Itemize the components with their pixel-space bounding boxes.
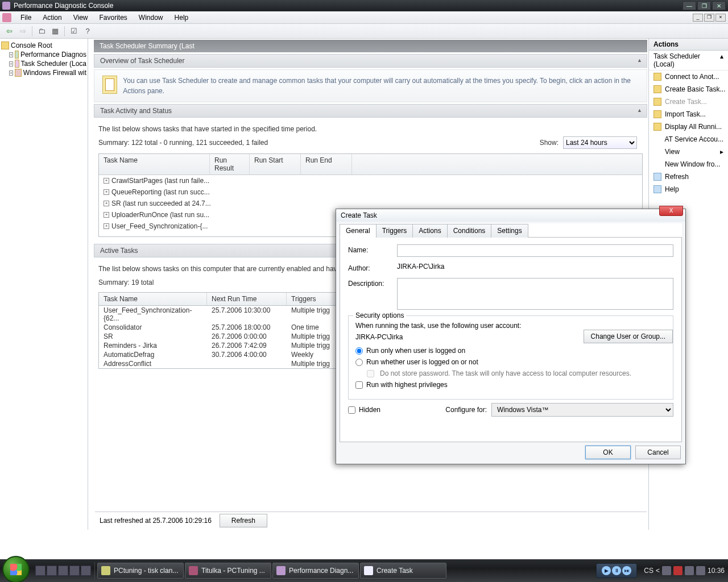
- volume-icon[interactable]: [696, 566, 705, 575]
- ql-icon[interactable]: [47, 566, 57, 576]
- collapse-icon[interactable]: ▴: [720, 52, 723, 68]
- cell: SR (last run succeeded at 24.7...: [111, 199, 211, 207]
- table-row[interactable]: +QueueReporting (last run succ...: [99, 186, 642, 198]
- collapse-icon[interactable]: ▲: [637, 57, 642, 63]
- ql-icon[interactable]: [81, 566, 91, 576]
- run-whether-radio[interactable]: [355, 359, 363, 366]
- tree-item[interactable]: +Task Scheduler (Loca: [1, 59, 86, 68]
- close-button[interactable]: ✕: [712, 1, 726, 10]
- taskbar: PCtuning - tisk clan... Titulka - PCTuni…: [0, 559, 728, 582]
- expand-icon[interactable]: +: [104, 223, 109, 229]
- action-item[interactable]: Refresh: [649, 171, 728, 183]
- tray-icon[interactable]: [662, 566, 671, 575]
- ok-button[interactable]: OK: [585, 446, 631, 459]
- start-button[interactable]: [2, 556, 30, 583]
- next-icon[interactable]: ⏭: [622, 566, 631, 575]
- ql-icon[interactable]: [69, 566, 80, 576]
- col-taskname[interactable]: Task Name: [99, 154, 210, 174]
- tab-actions[interactable]: Actions: [412, 224, 447, 238]
- up-folder-icon[interactable]: 🗀: [36, 26, 47, 37]
- pause-icon[interactable]: ⏸: [612, 566, 621, 575]
- tab-settings[interactable]: Settings: [491, 224, 528, 238]
- menu-file[interactable]: File: [15, 12, 37, 23]
- menu-view[interactable]: View: [68, 12, 94, 23]
- col-start[interactable]: Run Start: [250, 154, 301, 174]
- media-controls[interactable]: ▶⏸⏭: [596, 563, 637, 578]
- taskbar-item[interactable]: Create Task: [360, 563, 446, 579]
- action-item[interactable]: Display All Runni...: [649, 120, 728, 133]
- maximize-button[interactable]: ❐: [697, 1, 711, 10]
- dialog-titlebar[interactable]: Create Task X: [336, 209, 685, 222]
- tab-triggers[interactable]: Triggers: [376, 224, 413, 238]
- col-nextrun[interactable]: Next Run Time: [207, 293, 287, 305]
- taskbar-item[interactable]: Performance Diagn...: [272, 563, 359, 579]
- name-input[interactable]: [397, 244, 673, 257]
- expand-icon[interactable]: +: [104, 212, 109, 218]
- tree-root[interactable]: Console Root: [1, 41, 86, 50]
- col-taskname[interactable]: Task Name: [99, 293, 207, 305]
- language-indicator[interactable]: CS: [644, 567, 653, 575]
- table-row[interactable]: +SR (last run succeeded at 24.7...: [99, 198, 642, 209]
- run-logged-on-radio[interactable]: [355, 347, 363, 355]
- ql-icon[interactable]: [58, 566, 68, 576]
- action-item: Create Task...: [649, 95, 728, 108]
- tab-conditions[interactable]: Conditions: [447, 224, 492, 238]
- play-icon[interactable]: ▶: [602, 566, 611, 575]
- expand-icon[interactable]: +: [9, 61, 13, 66]
- highest-privileges-check[interactable]: [355, 381, 363, 389]
- expand-icon[interactable]: +: [9, 52, 13, 57]
- tray-icon[interactable]: [685, 566, 694, 575]
- help-icon[interactable]: ?: [82, 26, 93, 37]
- back-button[interactable]: ⇦: [3, 26, 15, 37]
- configure-select[interactable]: Windows Vista™: [491, 403, 673, 417]
- taskbar-item[interactable]: Titulka - PCTuning ...: [185, 563, 271, 579]
- action-item[interactable]: Connect to Anot...: [649, 70, 728, 83]
- show-select[interactable]: Last 24 hours: [563, 136, 637, 149]
- menu-bar: File Action View Favorites Window Help _…: [0, 11, 728, 24]
- expand-icon[interactable]: +: [104, 178, 109, 184]
- dialog-close-button[interactable]: X: [659, 206, 683, 216]
- mdi-minimize-button[interactable]: _: [693, 14, 703, 22]
- clock[interactable]: 10:36: [708, 567, 725, 575]
- forward-button[interactable]: ⇨: [17, 26, 28, 37]
- hidden-check[interactable]: [348, 406, 355, 414]
- tab-general[interactable]: General: [340, 224, 377, 238]
- tree-item[interactable]: +Windows Firewall wit: [1, 68, 86, 77]
- action-item[interactable]: AT Service Accou...: [649, 133, 728, 146]
- refresh-button[interactable]: Refresh: [220, 514, 267, 527]
- col-end[interactable]: Run End: [301, 154, 352, 174]
- security-legend: Security options: [353, 311, 406, 319]
- tree-item[interactable]: +Performance Diagnos: [1, 50, 86, 59]
- change-user-button[interactable]: Change User or Group...: [584, 330, 673, 343]
- taskbar-item-label: Create Task: [377, 567, 413, 575]
- col-result[interactable]: Run Result: [210, 154, 250, 174]
- action-item[interactable]: Help: [649, 183, 728, 196]
- tray-icon[interactable]: [673, 566, 682, 575]
- name-label: Name:: [348, 244, 391, 254]
- overview-header[interactable]: Overview of Task Scheduler ▲: [94, 54, 647, 68]
- action-item[interactable]: Import Task...: [649, 108, 728, 120]
- action-item[interactable]: New Window fro...: [649, 158, 728, 171]
- cancel-button[interactable]: Cancel: [635, 446, 681, 459]
- menu-action[interactable]: Action: [37, 12, 67, 23]
- properties-icon[interactable]: ☑: [68, 26, 80, 37]
- taskbar-item[interactable]: PCtuning - tisk clan...: [97, 563, 184, 579]
- action-item[interactable]: View▸: [649, 146, 728, 158]
- ql-icon[interactable]: [35, 566, 46, 576]
- description-input[interactable]: [397, 278, 673, 310]
- collapse-icon[interactable]: ▲: [637, 107, 642, 113]
- expand-icon[interactable]: +: [9, 70, 13, 76]
- tray-expand-icon[interactable]: <: [656, 567, 660, 575]
- menu-help[interactable]: Help: [169, 12, 195, 23]
- show-tree-icon[interactable]: ▦: [49, 26, 61, 37]
- mdi-close-button[interactable]: ×: [715, 14, 726, 22]
- activity-header[interactable]: Task Activity and Status ▲: [94, 104, 647, 118]
- menu-favorites[interactable]: Favorites: [94, 12, 133, 23]
- expand-icon[interactable]: +: [104, 189, 109, 195]
- minimize-button[interactable]: —: [682, 1, 696, 10]
- mdi-restore-button[interactable]: ❐: [704, 14, 714, 22]
- menu-window[interactable]: Window: [133, 12, 169, 23]
- table-row[interactable]: +CrawlStartPages (last run faile...: [99, 175, 642, 186]
- expand-icon[interactable]: +: [104, 201, 109, 206]
- action-item[interactable]: Create Basic Task...: [649, 83, 728, 95]
